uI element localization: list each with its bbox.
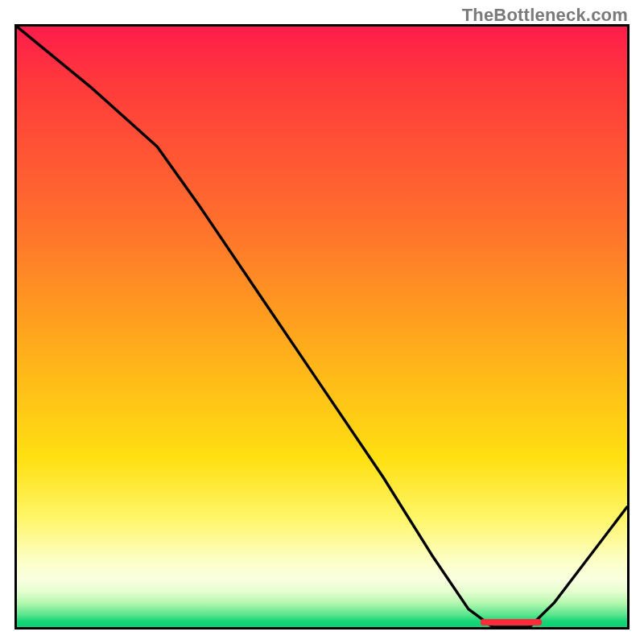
chart-container: TheBottleneck.com: [0, 0, 644, 644]
watermark-text: TheBottleneck.com: [462, 5, 628, 26]
optimal-range-marker: [481, 619, 542, 625]
chart-line: [17, 27, 627, 627]
chart-plot-area: [14, 24, 630, 630]
